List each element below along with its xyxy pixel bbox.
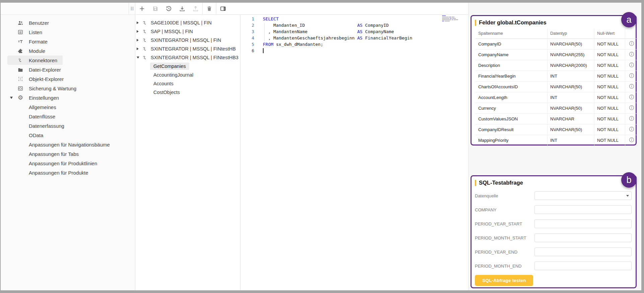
- field-row: Currency NVARCHAR(50) NOT NULL: [476, 103, 638, 114]
- tree-node[interactable]: SAGE100DE | MSSQL | FIN: [135, 18, 240, 27]
- users-icon: [17, 20, 23, 26]
- tree-leaf-label: Accounts: [150, 80, 177, 87]
- add-button[interactable]: [135, 3, 149, 14]
- editor-minimap[interactable]: [442, 15, 458, 21]
- period_year_start-input[interactable]: [534, 219, 632, 228]
- field-row: AccountLength INT NOT NULL: [476, 92, 638, 103]
- fields-panel: a Felder global.tCompanies Spaltenname D…: [471, 15, 637, 145]
- tree-leaf[interactable]: Accounts: [135, 79, 240, 88]
- tree-node-label: SAP | MSSQL | FIN: [151, 29, 193, 34]
- tree-leaf-label: GetCompanies: [150, 63, 189, 70]
- form-label: PERIOD_MONTH_START: [475, 235, 526, 240]
- code-line[interactable]: 3 , MandantenName AS CompanyName: [241, 28, 469, 35]
- sidebar-subitem[interactable]: Anpassungen für Produkte: [1, 168, 94, 177]
- panel-layout-button[interactable]: [216, 3, 230, 14]
- field-type: NVARCHAR(50): [548, 82, 594, 92]
- download-button[interactable]: [175, 3, 189, 14]
- sidebar-item-datei-explorer[interactable]: Datei-Explorer: [7, 65, 66, 74]
- code-line[interactable]: 1 SELECT: [241, 16, 469, 22]
- tree-node[interactable]: SXINTEGRATOR | MSSQL | FINtestHB: [135, 44, 240, 53]
- field-row: CompanyIDResult NVARCHAR(50) NOT NULL: [476, 124, 638, 135]
- caret-down-icon[interactable]: [137, 57, 142, 59]
- puzzle-icon: [17, 48, 23, 54]
- code-text: , MandantenGeschaeftsjahresbeginn AS Fin…: [263, 35, 412, 41]
- sidebar-subitem[interactable]: Anpassungen für Tabs: [1, 149, 84, 159]
- upload-button[interactable]: [189, 3, 202, 14]
- info-icon[interactable]: [625, 71, 638, 82]
- sidebar-item-sicherung-wartung[interactable]: Sicherung & Wartung: [7, 84, 82, 93]
- code-line[interactable]: 5 FROM sx_dwh_dMandanten;: [241, 41, 469, 47]
- form-row: PERIOD_MONTH_START: [475, 231, 632, 245]
- field-name: CustomValuesJSON: [476, 114, 548, 124]
- sidebar-subitem[interactable]: OData: [1, 130, 49, 140]
- tree-node[interactable]: SAP | MSSQL | FIN: [135, 27, 240, 36]
- info-icon[interactable]: [625, 60, 638, 71]
- sql-editor[interactable]: 1 SELECT 2 Mandanten_ID AS CompanyID 3 ,…: [241, 15, 469, 290]
- sidebar-item-label: Objekt-Explorer: [29, 76, 64, 82]
- code-line[interactable]: 2 Mandanten_ID AS CompanyID: [241, 22, 469, 28]
- field-row: CompanyID NVARCHAR(50) NOT NULL: [476, 39, 638, 50]
- connector-icon: [142, 20, 148, 26]
- caret-right-icon[interactable]: [137, 47, 142, 50]
- info-icon[interactable]: [625, 103, 638, 114]
- sidebar-item-formate[interactable]: Formate: [7, 37, 53, 46]
- sidebar-subitem[interactable]: Anpassungen für Navigationsbäume: [1, 140, 115, 149]
- caret-down-icon[interactable]: [7, 97, 17, 99]
- caret-right-icon[interactable]: [137, 30, 142, 33]
- history-button[interactable]: [162, 3, 175, 14]
- code-text: , MandantenName AS CompanyName: [263, 28, 394, 35]
- code-line[interactable]: 6: [241, 47, 469, 54]
- sidebar-item-konnektoren[interactable]: Konnektoren: [7, 56, 63, 65]
- main-body: SAGE100DE | MSSQL | FIN SAP | MSSQL | FI…: [135, 15, 469, 290]
- info-icon[interactable]: [625, 114, 638, 124]
- tree-node[interactable]: SXINTEGRATOR | MSSQL | FINtestHB3: [135, 53, 240, 62]
- backup-icon: [17, 85, 23, 91]
- tree-leaf[interactable]: CostObjects: [135, 88, 240, 97]
- save-button[interactable]: [149, 3, 162, 14]
- datenquelle-select[interactable]: [534, 191, 632, 200]
- field-type: INT: [548, 135, 594, 146]
- sidebar-item-benutzer[interactable]: Benutzer: [7, 18, 54, 27]
- main-area: SAGE100DE | MSSQL | FIN SAP | MSSQL | FI…: [135, 3, 469, 290]
- info-icon[interactable]: [625, 92, 638, 103]
- info-icon[interactable]: [625, 124, 638, 135]
- sidebar-subitem[interactable]: Datenflüsse: [1, 112, 61, 121]
- sidebar-subitem[interactable]: Datenerfassung: [1, 121, 70, 130]
- sidebar-subitem[interactable]: Anpassungen für Produktlinien: [1, 159, 102, 168]
- sidebar-item-label: Formate: [29, 39, 48, 44]
- sidebar-nav: Benutzer Listen Formate Module Konnektor…: [1, 15, 135, 177]
- period_month_end-input[interactable]: [534, 262, 632, 270]
- form-label: PERIOD_MONTH_END: [475, 264, 521, 269]
- fields-table-header: Spaltenname Datentyp Null-Wert: [476, 28, 638, 39]
- field-null: NOT NULL: [594, 82, 625, 92]
- test-panel-title: SQL-Testabfrage: [479, 180, 523, 186]
- caret-right-icon[interactable]: [137, 21, 142, 24]
- field-type: NVARCHAR(50): [548, 39, 594, 50]
- info-icon[interactable]: [625, 82, 638, 92]
- sidebar-subitem[interactable]: Allgemeines: [1, 102, 62, 112]
- sidebar-item-objekt-explorer[interactable]: Objekt-Explorer: [7, 74, 69, 84]
- caret-right-icon[interactable]: [137, 39, 142, 41]
- tree-leaf[interactable]: AccountingJournal: [135, 71, 240, 79]
- delete-button[interactable]: [203, 3, 216, 14]
- sidebar-item-listen[interactable]: Listen: [7, 27, 48, 37]
- drag-handle-icon[interactable]: [129, 3, 135, 14]
- sidebar-subitem-label: Anpassungen für Tabs: [29, 151, 79, 157]
- period_month_start-input[interactable]: [534, 233, 632, 242]
- info-icon[interactable]: [625, 50, 638, 60]
- info-icon[interactable]: [625, 135, 638, 146]
- field-name: Description: [476, 60, 548, 71]
- code-line[interactable]: 4 , MandantenGeschaeftsjahresbeginn AS F…: [241, 35, 469, 41]
- line-number: 6: [241, 47, 254, 54]
- tree-node[interactable]: SXINTEGRATOR | MSSQL | FIN: [135, 36, 240, 44]
- period_year_end-input[interactable]: [534, 248, 632, 256]
- tree-leaf-label: CostObjects: [150, 89, 183, 96]
- field-name: AccountLength: [476, 92, 548, 103]
- sidebar-item-einstellungen[interactable]: ⚙ Einstellungen: [7, 93, 64, 102]
- sidebar-item-module[interactable]: Module: [7, 46, 51, 56]
- info-icon[interactable]: [625, 39, 638, 50]
- column-header-type: Datentyp: [548, 28, 594, 39]
- company-input[interactable]: [534, 205, 632, 214]
- tree-leaf[interactable]: GetCompanies: [135, 62, 240, 71]
- test-query-button[interactable]: SQL-Abfrage testen: [475, 275, 533, 286]
